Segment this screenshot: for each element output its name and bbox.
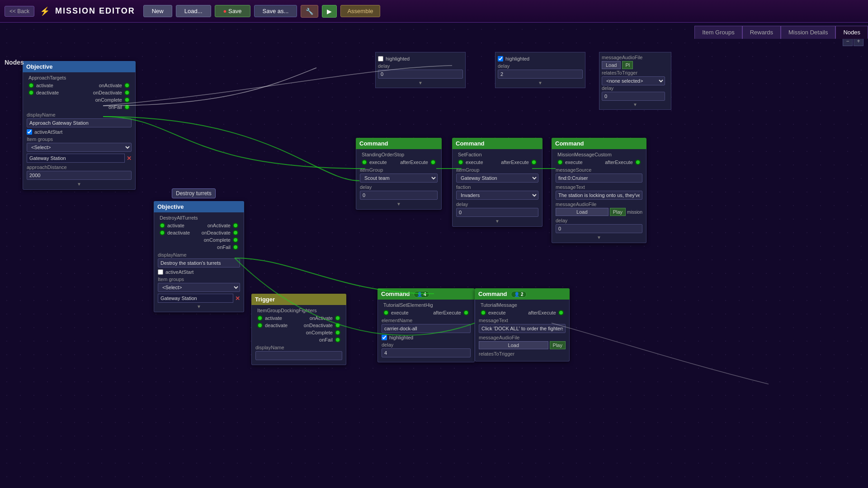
item-group-select-c1[interactable]: Scout team (360, 174, 438, 183)
port-on-activate-out2[interactable] (233, 223, 238, 228)
trigger1-body: ItemGroupDockingFighters activate onActi… (251, 305, 346, 365)
relates-select-partial3[interactable]: <none selected> (602, 76, 665, 85)
active-at-start-checkbox1[interactable] (27, 129, 32, 135)
item-group-remove2[interactable]: ✕ (235, 295, 240, 302)
collapse-arrow-partial2[interactable]: ▼ (498, 80, 583, 85)
message-text-field: messageText (556, 184, 642, 200)
tab-rewards[interactable]: Rewards (742, 26, 781, 39)
back-button[interactable]: << Back (5, 6, 34, 17)
delay-input-c3[interactable] (556, 224, 642, 233)
port-after-execute-out2[interactable] (531, 160, 537, 165)
port-execute-in1[interactable] (362, 160, 367, 165)
port-on-complete-out1[interactable] (124, 97, 130, 103)
collapse-arrow-c2[interactable]: ▼ (456, 219, 538, 224)
highlighted-checkbox-row[interactable]: highlighted (378, 56, 463, 61)
delay-input-c1[interactable] (360, 191, 438, 200)
canvas: Nodes − + highlighted delay ▼ hi (0, 23, 868, 488)
delay-field-partial: delay (378, 63, 463, 79)
port-deactivate-in1[interactable] (28, 90, 34, 95)
port-after-execute-out5[interactable] (558, 310, 564, 315)
assemble-button[interactable]: Assemble (340, 5, 380, 17)
highlighted-checkbox[interactable] (378, 56, 383, 61)
save-button[interactable]: ● Save (215, 5, 250, 17)
port-execute-in3[interactable] (557, 160, 563, 165)
wrench-button[interactable]: 🔧 (301, 5, 318, 18)
message-text-input5[interactable] (479, 324, 566, 333)
port-on-fail-out-t1[interactable] (335, 337, 340, 343)
port-row-fail-t1: onFail (255, 337, 342, 343)
audio-file-label-c5: messageAudioFile (479, 335, 566, 340)
collapse-arrow2[interactable]: ▼ (158, 304, 240, 309)
element-name-input[interactable] (382, 324, 471, 333)
item-group-remove1[interactable]: ✕ (127, 155, 132, 162)
display-name-input1[interactable] (27, 118, 132, 127)
command4-node: Command 👤 4 TutorialSetElementHig execut… (377, 288, 475, 362)
objective1-header: Objective (23, 61, 136, 72)
faction-select-c2[interactable]: Invaders (456, 191, 538, 200)
port-activate-in-t1[interactable] (257, 315, 263, 321)
message-text-field5: messageText (479, 318, 566, 333)
delay-field-c4: delay (382, 342, 471, 357)
collapse-arrow-partial3[interactable]: ▼ (602, 102, 669, 107)
port-on-fail-out1[interactable] (124, 104, 130, 110)
message-source-input[interactable] (556, 174, 642, 183)
port-activate-in2[interactable] (160, 223, 165, 228)
approach-distance-input[interactable] (27, 171, 132, 180)
new-button[interactable]: New (143, 5, 172, 17)
item-groups-select1[interactable]: <Select> (27, 143, 132, 152)
port-execute-in4[interactable] (383, 310, 389, 315)
delay-input-c2[interactable] (456, 208, 538, 217)
play-btn-c3[interactable]: Play (610, 208, 626, 216)
port-deactivate-in-t1[interactable] (257, 323, 263, 328)
active-at-start-checkbox2[interactable] (158, 269, 163, 275)
port-after-execute-out3[interactable] (635, 160, 641, 165)
port-on-deactivate-out-t1[interactable] (335, 323, 340, 328)
port-activate-in1[interactable] (28, 83, 34, 88)
active-at-start-row1[interactable]: activeAtStart (27, 129, 132, 135)
play-btn-partial3[interactable]: Pl (622, 61, 633, 69)
save-as-button[interactable]: Save as... (254, 5, 297, 17)
highlighted-checkbox2[interactable] (498, 56, 503, 61)
active-at-start-row2[interactable]: activeAtStart (158, 269, 240, 275)
highlighted-checkbox-row2[interactable]: highlighted (498, 56, 583, 61)
port-row-activate-t1: activate onActivate (255, 315, 342, 321)
port-execute-in5[interactable] (481, 310, 486, 315)
collapse-arrow-c3[interactable]: ▼ (556, 235, 642, 240)
delay-input-partial[interactable] (378, 70, 463, 79)
delay-input-partial2[interactable] (498, 70, 583, 79)
port-after-execute-out1[interactable] (430, 160, 436, 165)
load-btn-c5[interactable]: Load (479, 341, 548, 349)
port-after-execute-out4[interactable] (463, 310, 469, 315)
port-on-activate-out-t1[interactable] (335, 315, 340, 321)
port-on-complete-out-t1[interactable] (335, 330, 340, 335)
display-name-input-t1[interactable] (255, 351, 342, 360)
port-deactivate-in2[interactable] (160, 230, 165, 235)
tab-nodes[interactable]: Nodes (835, 26, 868, 39)
port-execute-in2[interactable] (458, 160, 463, 165)
message-text-input[interactable] (556, 191, 642, 200)
tab-mission-details[interactable]: Mission Details (781, 26, 835, 39)
collapse-arrow-partial[interactable]: ▼ (378, 80, 463, 85)
port-on-fail-out2[interactable] (233, 244, 238, 250)
delay-input-c4[interactable] (382, 348, 471, 357)
collapse-arrow1[interactable]: ▼ (27, 182, 132, 187)
port-on-deactivate-out2[interactable] (233, 230, 238, 235)
port-on-deactivate-out1[interactable] (124, 90, 130, 95)
load-btn-c3[interactable]: Load (556, 208, 609, 216)
highlighted-checkbox-row4[interactable]: highlighted (382, 335, 471, 340)
delay-input-partial3[interactable] (602, 92, 665, 101)
highlighted-checkbox4[interactable] (382, 335, 387, 340)
delay-label-c3: delay (556, 218, 642, 223)
item-groups-select2[interactable]: <Select> (158, 283, 240, 292)
load-button[interactable]: Load... (176, 5, 211, 17)
port-on-activate-out1[interactable] (124, 83, 130, 88)
collapse-arrow-c1[interactable]: ▼ (360, 202, 438, 206)
play-btn-c5[interactable]: Play (550, 341, 566, 349)
item-group-select-c2[interactable]: Gateway Station (456, 174, 538, 183)
tab-item-groups[interactable]: Item Groups (694, 26, 742, 39)
play-button[interactable]: ▶ (322, 5, 337, 18)
load-btn-partial3[interactable]: Load (602, 61, 621, 69)
display-name-input2[interactable] (158, 258, 240, 267)
port-on-complete-out2[interactable] (233, 237, 238, 243)
port-row-complete1: onComplete (27, 97, 132, 103)
